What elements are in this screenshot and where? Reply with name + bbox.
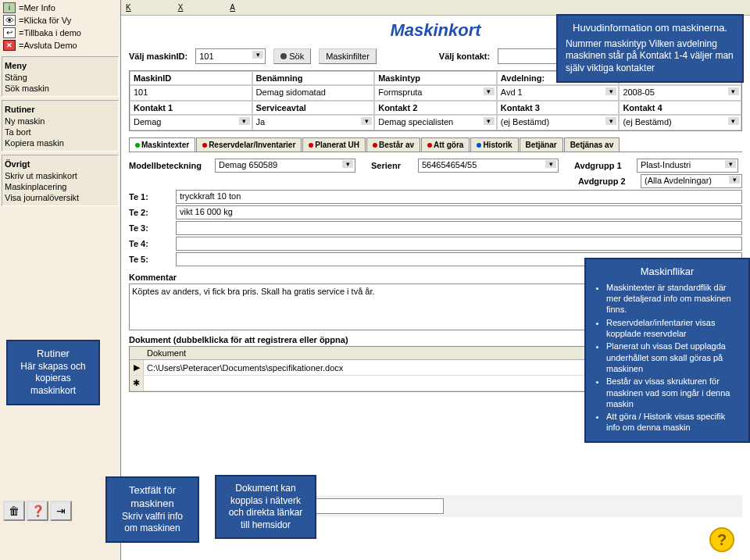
kontakt-label: Välj kontakt: [439, 52, 490, 61]
te2-field[interactable]: vikt 16 000 kg [176, 205, 742, 219]
meny-item[interactable]: Stäng [5, 72, 116, 83]
avdg2-field[interactable]: (Alla Avdelningar) [641, 174, 742, 188]
col-header: MaskinID [130, 71, 252, 85]
callout-body: Här skapas och kopieras maskinkort [16, 361, 91, 398]
cell[interactable]: Demag specialisten [374, 115, 497, 130]
info-icon: i [3, 2, 16, 13]
te3-field[interactable] [176, 221, 742, 235]
callout-list: Maskintexter är standardflik där mer det… [594, 282, 741, 433]
callout-title: Textfält för maskinen [115, 484, 190, 511]
bottom-search-bar: et filter Sök [254, 495, 742, 517]
maskinfilter-button[interactable]: Maskinfilter [319, 48, 377, 64]
tab-bestar[interactable]: Består av [366, 137, 420, 152]
tab-planerat[interactable]: Planerat UH [302, 137, 366, 152]
rutiner-item[interactable]: Ta bort [5, 127, 116, 137]
row-marker: ▶ [130, 360, 144, 375]
callout-item: Att göra / Historik visas specifik info … [606, 411, 741, 433]
callout-item: Planerat uh visas Det upplagda underhåll… [606, 341, 741, 374]
cell[interactable]: Demag sidomatad [252, 85, 375, 101]
avdg2-label: Avdgrupp 2 [578, 177, 641, 186]
avdg1-label: Avdgrupp 1 [574, 161, 637, 170]
help-icon[interactable]: ❓ [27, 501, 48, 521]
top-toolbar: K X A [121, 0, 750, 16]
serie-label: Serienr [371, 161, 418, 170]
toolbar-k[interactable]: K [126, 3, 131, 12]
eye-icon: 👁 [3, 15, 16, 26]
col-header: Maskintyp [374, 71, 497, 85]
meny-section: Meny Stäng Sök maskin [2, 56, 119, 97]
cell[interactable]: 2008-05 [619, 85, 741, 101]
modell-field[interactable]: Demag 650589 [215, 159, 355, 173]
meny-item[interactable]: Sök maskin [5, 83, 116, 94]
te5-label: Te 5: [129, 255, 176, 264]
col-header: Kontakt 4 [619, 101, 741, 115]
cell[interactable]: 101 [130, 85, 252, 101]
dokument-col: Dokument [147, 348, 186, 358]
tab-reservdelar[interactable]: Reservdelar/Inventarier [196, 137, 302, 152]
ovrigt-item[interactable]: Skriv ut maskinkort [5, 170, 116, 181]
col-header: Kontakt 3 [497, 101, 620, 115]
tab-historik[interactable]: Historik [470, 137, 518, 152]
te2-label: Te 2: [129, 208, 176, 217]
modell-label: Modellbeteckning [129, 161, 215, 170]
te3-label: Te 3: [129, 223, 176, 233]
tab-attgora[interactable]: Att göra [421, 137, 470, 152]
tab-maskintexter[interactable]: Maskintexter [129, 137, 195, 152]
cell[interactable]: Demag [130, 115, 252, 130]
callout-item: Reservdelar/infentarier visas kopplade r… [606, 317, 741, 340]
cell[interactable]: (ej Bestämd) [497, 115, 620, 130]
callout-title: Rutiner [16, 348, 91, 361]
te1-label: Te 1: [129, 192, 176, 202]
cell[interactable]: (ej Bestämd) [619, 115, 741, 130]
ovrigt-item[interactable]: Visa journalöversikt [5, 192, 116, 203]
floating-help-icon[interactable]: ? [709, 527, 734, 552]
callout-item: Maskintexter är standardflik där mer det… [606, 282, 741, 316]
ovrigt-heading: Övrigt [5, 158, 116, 170]
callout-title: Maskinflikar [594, 266, 741, 279]
exit-icon[interactable]: ⇥ [50, 501, 72, 521]
maskinid-combo[interactable]: 101 [195, 48, 266, 64]
col-header: Kontakt 2 [374, 101, 497, 115]
callout-title: Huvudinformation om maskinerna. [566, 22, 734, 35]
callout-body: Dokument kan kopplas i nätverk och direk… [224, 483, 307, 531]
maskinid-label: Välj maskinID: [129, 52, 188, 61]
legend-text: =Mer Info [19, 2, 55, 14]
te1-field[interactable]: tryckkraft 10 ton [176, 190, 742, 204]
legend-text: =Avsluta Demo [19, 39, 77, 52]
tab-betjanar[interactable]: Betjänar [520, 137, 563, 152]
toolbar-x[interactable]: X [178, 3, 184, 12]
meny-heading: Meny [5, 59, 116, 72]
col-header: Kontakt 1 [130, 101, 252, 115]
callout-body: Nummer maskintyp Vilken avdelning maskin… [566, 38, 734, 75]
callout-dokument: Dokument kan kopplas i nätverk och direk… [215, 475, 316, 539]
page-title: Maskinkort [390, 20, 480, 40]
callout-rutiner: Rutiner Här skapas och kopieras maskinko… [6, 340, 100, 405]
close-icon: ✕ [3, 40, 16, 51]
bottom-toolbar-icons: 🗑 ❓ ⇥ [3, 501, 72, 521]
avdg1-field[interactable]: Plast-Industri [637, 159, 738, 173]
toolbar-a[interactable]: A [230, 3, 235, 12]
cell[interactable]: Avd 1 [497, 85, 620, 101]
rutiner-item[interactable]: Ny maskin [5, 116, 116, 127]
te4-field[interactable] [176, 237, 742, 251]
cell[interactable]: Formspruta [374, 85, 497, 101]
callout-textfalt: Textfält för maskinen Skriv valfri info … [105, 476, 199, 543]
ovrigt-item[interactable]: Maskinplacering [5, 181, 116, 192]
legend: i=Mer Info 👁=Klicka för Vy ↩=Tillbaka i … [0, 0, 120, 53]
te4-label: Te 4: [129, 239, 176, 248]
rutiner-item[interactable]: Kopiera maskin [5, 137, 116, 148]
callout-body: Skriv valfri info om maskinen [115, 511, 190, 535]
sok-button[interactable]: Sök [273, 48, 311, 64]
serie-field[interactable]: 564654654/55 [418, 159, 559, 173]
cell[interactable]: Ja [252, 115, 375, 130]
ovrigt-section: Övrigt Skriv ut maskinkort Maskinplaceri… [2, 155, 119, 206]
legend-text: =Tillbaka i demo [19, 27, 81, 39]
back-icon: ↩ [3, 27, 16, 38]
callout-flikar: Maskinflikar Maskintexter är standardfli… [584, 258, 750, 443]
row-marker-new: ✱ [130, 376, 144, 391]
tab-betjanas[interactable]: Betjänas av [564, 137, 620, 152]
rutiner-section: Rutiner Ny maskin Ta bort Kopiera maskin [2, 100, 119, 152]
legend-text: =Klicka för Vy [19, 14, 71, 27]
trash-icon[interactable]: 🗑 [3, 501, 25, 521]
sidebar: i=Mer Info 👁=Klicka för Vy ↩=Tillbaka i … [0, 0, 121, 560]
